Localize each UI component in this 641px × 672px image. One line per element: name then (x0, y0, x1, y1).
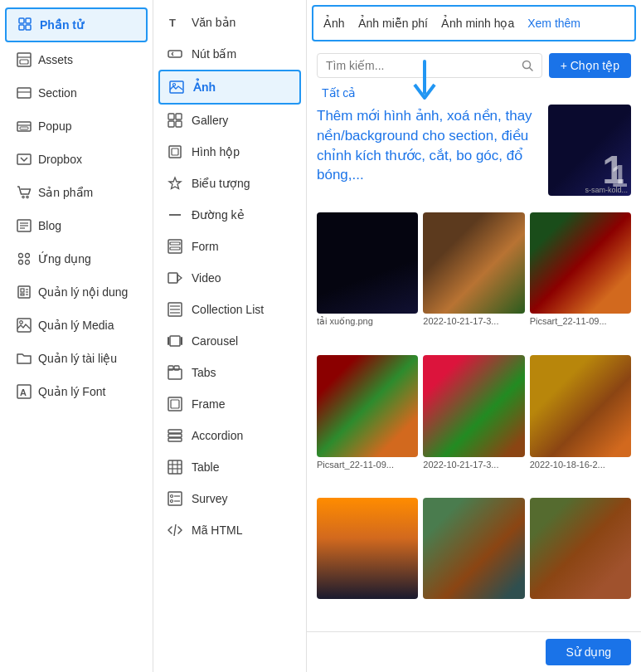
video-icon (167, 270, 183, 286)
menu-label-frame: Frame (192, 397, 225, 411)
collection-list-icon (167, 301, 183, 318)
tooltip-text: Thêm mới hình ảnh, xoá nền, thay nền/bac… (317, 105, 541, 187)
sidebar-item-section[interactable]: Section (5, 77, 148, 109)
sidebar-item-quan-ly-font[interactable]: A Quản lý Font (5, 376, 148, 407)
list-item[interactable]: Picsart_22-11-09... (530, 212, 631, 350)
svg-rect-34 (168, 51, 182, 57)
sidebar-item-popup[interactable]: Popup (5, 110, 148, 142)
menu-label-duong-ke: Đường kẻ (192, 208, 245, 222)
menu-item-hinh-hop[interactable]: Hình hộp (153, 136, 306, 168)
filter-all-button[interactable]: Tất cả (317, 85, 361, 101)
menu-item-nut-bam[interactable]: Nút bấm (153, 38, 306, 70)
use-button[interactable]: Sử dụng (546, 639, 631, 665)
font-icon: A (17, 384, 32, 399)
tab-xem-them[interactable]: Xem thêm (527, 15, 580, 32)
menu-item-bieu-tuong[interactable]: Biểu tượng (153, 168, 306, 199)
sidebar-item-quan-ly-tai-lieu[interactable]: Quản lý tài liệu (5, 343, 148, 374)
folder-icon (17, 351, 32, 366)
image-attribution: s-sam-kold... (585, 186, 628, 194)
menu-item-duong-ke[interactable]: Đường kẻ (153, 199, 306, 231)
menu-label-gallery: Gallery (192, 114, 228, 127)
featured-image: 1 s-sam-kold... (548, 105, 631, 196)
list-item[interactable] (317, 498, 418, 625)
svg-rect-71 (168, 492, 182, 505)
menu-item-tabs[interactable]: Tabs (153, 357, 306, 388)
menu-item-anh[interactable]: Ảnh (158, 70, 301, 105)
list-item[interactable]: 2022-10-21-17-3... (423, 212, 524, 350)
tab-anh-minh-hoa[interactable]: Ảnh minh họa (441, 15, 514, 32)
popup-icon (17, 119, 32, 134)
menu-item-carousel[interactable]: Carousel (153, 325, 306, 357)
menu-label-nut-bam: Nút bấm (192, 47, 236, 61)
sidebar-label-section: Section (38, 86, 77, 100)
menu-item-survey[interactable]: Survey (153, 483, 306, 514)
middle-menu: T Văn bản Nút bấm Ảnh (153, 0, 307, 672)
search-row: + Chọn tệp (307, 46, 641, 85)
menu-item-frame[interactable]: Frame (153, 388, 306, 420)
svg-line-36 (172, 54, 173, 56)
tab-anh-mien-phi[interactable]: Ảnh miễn phí (358, 15, 428, 32)
sidebar-label-quan-ly-media: Quản lý Media (38, 319, 114, 332)
grid-icon (18, 17, 33, 32)
menu-item-table[interactable]: Table (153, 451, 306, 483)
accordion-icon (167, 427, 183, 444)
svg-rect-0 (19, 18, 24, 23)
section-icon (17, 85, 32, 100)
sidebar-item-ung-dung[interactable]: Ứng dụng (5, 243, 148, 275)
menu-item-ma-html[interactable]: Mã HTML (153, 514, 306, 546)
image-label: Picsart_22-11-09... (530, 316, 631, 326)
button-icon (167, 46, 183, 62)
blog-icon (17, 218, 32, 233)
svg-point-38 (173, 84, 176, 86)
list-item[interactable] (423, 498, 524, 625)
sidebar-label-phan-tu: Phần tử (40, 18, 84, 32)
sidebar-item-assets[interactable]: Assets (5, 44, 148, 75)
menu-item-collection-list[interactable]: Collection List (153, 294, 306, 325)
sidebar-label-quan-ly-font: Quản lý Font (38, 385, 105, 398)
sidebar-item-phan-tu[interactable]: Phần tử (5, 7, 148, 42)
content-icon (17, 285, 32, 299)
svg-rect-24 (21, 289, 24, 292)
svg-text:T: T (169, 17, 176, 29)
menu-item-video[interactable]: Video (153, 262, 306, 294)
svg-point-74 (171, 500, 173, 503)
svg-line-78 (529, 68, 532, 71)
menu-label-tabs: Tabs (192, 366, 216, 379)
svg-rect-29 (17, 319, 31, 332)
svg-rect-41 (168, 121, 174, 127)
menu-item-form[interactable]: Form (153, 231, 306, 262)
sidebar-label-assets: Assets (38, 53, 73, 66)
list-item[interactable]: tải xuống.png (317, 212, 418, 350)
star-icon (167, 175, 183, 192)
svg-line-76 (174, 524, 176, 536)
media-icon (17, 318, 32, 333)
list-item[interactable]: 2022-10-18-16-2... (530, 355, 631, 492)
svg-rect-43 (169, 146, 181, 158)
text-icon: T (167, 14, 183, 31)
menu-label-collection-list: Collection List (192, 303, 264, 316)
svg-rect-62 (171, 400, 179, 408)
menu-item-van-ban[interactable]: T Văn bản (153, 7, 306, 38)
svg-rect-66 (168, 460, 182, 474)
sidebar-item-blog[interactable]: Blog (5, 210, 148, 241)
list-item[interactable] (530, 498, 631, 625)
sidebar-label-quan-ly-noi-dung: Quản lý nội dung (38, 285, 128, 299)
frame-icon (167, 396, 183, 412)
menu-item-accordion[interactable]: Accordion (153, 420, 306, 451)
sidebar-label-ung-dung: Ứng dụng (38, 252, 91, 265)
svg-rect-40 (176, 114, 182, 119)
sidebar-item-dropbox[interactable]: Dropbox (5, 144, 148, 175)
tab-anh[interactable]: Ảnh (323, 15, 345, 32)
sidebar-item-quan-ly-noi-dung[interactable]: Quản lý nội dung (5, 276, 148, 308)
list-item[interactable]: 2022-10-21-17-3... (423, 355, 524, 492)
sidebar-item-quan-ly-media[interactable]: Quản lý Media (5, 309, 148, 341)
menu-item-gallery[interactable]: Gallery (153, 105, 306, 136)
sidebar-item-san-pham[interactable]: Sản phẩm (5, 177, 148, 208)
list-item[interactable]: Picsart_22-11-09... (317, 355, 418, 492)
image-label: 2022-10-21-17-3... (423, 460, 524, 470)
sidebar: Phần tử Assets Section (0, 0, 153, 672)
svg-rect-47 (170, 242, 180, 245)
menu-label-video: Video (192, 271, 221, 285)
choose-file-button[interactable]: + Chọn tệp (549, 53, 631, 78)
gallery-icon (167, 112, 183, 129)
